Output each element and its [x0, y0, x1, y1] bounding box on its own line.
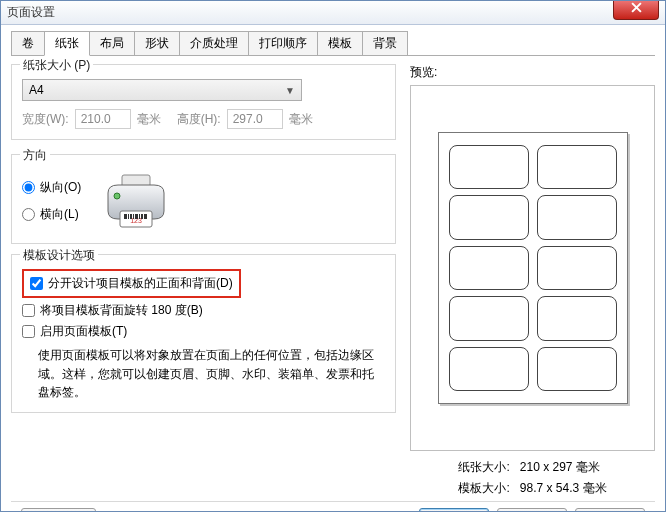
checkbox-separate-front-back[interactable]: 分开设计项目模板的正面和背面(D) — [30, 275, 233, 292]
height-unit: 毫米 — [289, 111, 313, 128]
width-input: 210.0 — [75, 109, 131, 129]
svg-rect-7 — [133, 214, 134, 219]
template-size-value-text: 98.7 x 54.3 毫米 — [520, 480, 607, 497]
checkbox-separate-front-back-label: 分开设计项目模板的正面和背面(D) — [48, 275, 233, 292]
paper-size-value-text: 210 x 297 毫米 — [520, 459, 607, 476]
preview-label: 预览: — [410, 64, 655, 81]
preview-label-cell — [537, 145, 617, 189]
preview-label-cell — [449, 347, 529, 391]
checkbox-separate-front-back-input[interactable] — [30, 277, 43, 290]
preview-label-cell — [449, 246, 529, 290]
svg-rect-4 — [124, 214, 127, 219]
checkbox-enable-page-template[interactable]: 启用页面模板(T) — [22, 323, 385, 340]
tab-paper[interactable]: 纸张 — [44, 31, 90, 56]
preview-label-cell — [537, 296, 617, 340]
svg-rect-6 — [130, 214, 132, 219]
checkbox-enable-page-template-label: 启用页面模板(T) — [40, 323, 127, 340]
tab-background[interactable]: 背景 — [362, 31, 408, 55]
cancel-button[interactable]: 取消 — [497, 508, 567, 512]
group-label-paper-size: 纸张大小 (P) — [20, 57, 93, 74]
svg-rect-8 — [135, 214, 138, 219]
paper-size-value: A4 — [29, 83, 44, 97]
radio-portrait-label: 纵向(O) — [40, 179, 81, 196]
group-label-orientation: 方向 — [20, 147, 50, 164]
printer-icon: 123 — [101, 169, 171, 233]
svg-rect-5 — [128, 214, 129, 219]
preview-pane — [410, 85, 655, 451]
preview-sheet — [438, 132, 628, 404]
close-button[interactable] — [613, 0, 659, 20]
radio-portrait[interactable]: 纵向(O) — [22, 179, 81, 196]
checkbox-rotate-back-input[interactable] — [22, 304, 35, 317]
svg-rect-10 — [141, 214, 143, 219]
tab-shape[interactable]: 形状 — [134, 31, 180, 55]
svg-point-1 — [114, 193, 120, 199]
group-paper-size: 纸张大小 (P) A4 ▼ 宽度(W): 210.0 毫米 高度(H): 297… — [11, 64, 396, 140]
tab-template[interactable]: 模板 — [317, 31, 363, 55]
width-unit: 毫米 — [137, 111, 161, 128]
svg-rect-11 — [144, 214, 147, 219]
height-label: 高度(H): — [177, 111, 221, 128]
radio-landscape[interactable]: 横向(L) — [22, 206, 81, 223]
wizard-button[interactable]: 向导(Z)... — [21, 508, 96, 512]
tab-bar: 卷 纸张 布局 形状 介质处理 打印顺序 模板 背景 — [11, 31, 655, 56]
checkbox-rotate-back[interactable]: 将项目模板背面旋转 180 度(B) — [22, 302, 385, 319]
width-label: 宽度(W): — [22, 111, 69, 128]
group-label-template-options: 模板设计选项 — [20, 247, 98, 264]
height-input: 297.0 — [227, 109, 283, 129]
radio-portrait-input[interactable] — [22, 181, 35, 194]
tab-layout[interactable]: 布局 — [89, 31, 135, 55]
tab-print-order[interactable]: 打印顺序 — [248, 31, 318, 55]
template-size-label: 模板大小: — [458, 480, 509, 497]
checkbox-enable-page-template-input[interactable] — [22, 325, 35, 338]
tab-media[interactable]: 介质处理 — [179, 31, 249, 55]
radio-landscape-label: 横向(L) — [40, 206, 79, 223]
group-orientation: 方向 纵向(O) 横向(L) — [11, 154, 396, 244]
ok-button[interactable]: 确定 — [419, 508, 489, 512]
group-template-options: 模板设计选项 分开设计项目模板的正面和背面(D) 将项目模板背面旋转 180 度… — [11, 254, 396, 413]
preview-label-cell — [537, 347, 617, 391]
chevron-down-icon: ▼ — [285, 85, 295, 96]
preview-label-cell — [537, 195, 617, 239]
preview-label-cell — [449, 195, 529, 239]
tab-roll[interactable]: 卷 — [11, 31, 45, 55]
help-text: 使用页面模板可以将对象放置在页面上的任何位置，包括边缘区域。这样，您就可以创建页… — [38, 346, 383, 402]
window-title: 页面设置 — [7, 4, 55, 21]
highlighted-option: 分开设计项目模板的正面和背面(D) — [22, 269, 241, 298]
preview-label-cell — [449, 145, 529, 189]
checkbox-rotate-back-label: 将项目模板背面旋转 180 度(B) — [40, 302, 203, 319]
radio-landscape-input[interactable] — [22, 208, 35, 221]
close-icon — [631, 2, 642, 16]
svg-rect-9 — [139, 214, 140, 219]
preview-label-cell — [449, 296, 529, 340]
help-button[interactable]: 帮助 — [575, 508, 645, 512]
preview-label-cell — [537, 246, 617, 290]
paper-size-label: 纸张大小: — [458, 459, 509, 476]
paper-size-select[interactable]: A4 ▼ — [22, 79, 302, 101]
